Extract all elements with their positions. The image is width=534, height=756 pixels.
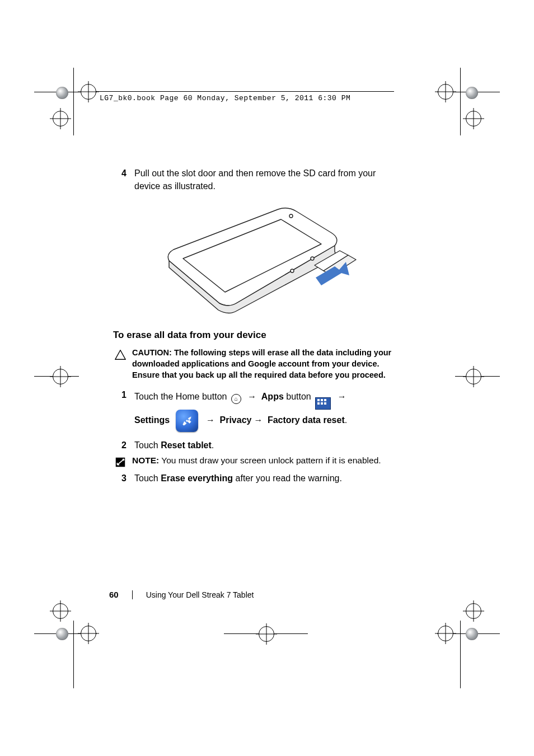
- text-fragment: .: [212, 440, 214, 450]
- tablet-illustration: [113, 199, 393, 314]
- step-body: Touch Erase everything after you read th…: [134, 472, 393, 485]
- svg-point-5: [123, 459, 125, 461]
- crop-mark: [53, 111, 68, 126]
- text-fragment: Touch: [134, 473, 161, 483]
- page: LG7_bk0.book Page 60 Monday, September 5…: [0, 0, 534, 756]
- crop-mark: [466, 87, 478, 99]
- arrow: →: [254, 415, 263, 425]
- step-number: 2: [113, 439, 127, 452]
- caution-text: CAUTION: The following steps will erase …: [132, 348, 393, 381]
- crop-mark: [259, 626, 274, 642]
- step-2: 2 Touch Reset tablet.: [113, 439, 393, 452]
- step-3: 3 Touch Erase everything after you read …: [113, 472, 393, 485]
- note-text: NOTE: You must draw your screen unlock p…: [132, 455, 393, 467]
- text-fragment: Touch: [134, 440, 161, 450]
- note-callout: NOTE: You must draw your screen unlock p…: [113, 455, 393, 468]
- chapter-title: Using Your Dell Streak 7 Tablet: [146, 590, 254, 599]
- apps-label: Apps: [261, 392, 284, 401]
- hairline: [437, 92, 500, 92]
- erase-everything-label: Erase everything: [161, 473, 233, 483]
- hairline: [455, 376, 500, 377]
- arrow: →: [338, 392, 346, 401]
- settings-icon: [176, 410, 198, 432]
- hairline: [73, 621, 74, 688]
- svg-point-3: [186, 420, 188, 422]
- text-fragment: after you read the warning.: [233, 473, 342, 483]
- factory-reset-label: Factory data reset: [268, 415, 345, 425]
- hairline: [460, 68, 461, 135]
- text-fragment: button: [286, 392, 313, 401]
- step-1: 1 Touch the Home button ⌂ → Apps button …: [113, 388, 393, 432]
- crop-mark: [53, 603, 68, 619]
- crop-mark: [466, 111, 481, 126]
- hairline: [34, 92, 97, 92]
- crop-mark: [466, 603, 481, 619]
- arrow: →: [206, 415, 215, 425]
- crop-mark: [56, 87, 68, 99]
- hairline: [34, 633, 97, 634]
- step-text: Pull out the slot door and then remove t…: [134, 167, 393, 192]
- svg-point-0: [289, 214, 293, 218]
- tablet-svg: [147, 199, 359, 314]
- apps-icon: [315, 397, 331, 410]
- caution-icon: [113, 349, 127, 361]
- note-body: You must draw your screen unlock pattern…: [161, 456, 381, 465]
- header-file-info: LG7_bk0.book Page 60 Monday, September 5…: [100, 94, 350, 102]
- section-heading: To erase all data from your device: [113, 330, 393, 341]
- crop-mark: [466, 369, 481, 384]
- page-number: 60: [109, 590, 119, 599]
- caution-callout: CAUTION: The following steps will erase …: [113, 348, 393, 381]
- hairline: [34, 376, 79, 377]
- step-body: Touch the Home button ⌂ → Apps button → …: [134, 388, 393, 432]
- crop-mark: [466, 628, 478, 640]
- hairline: [73, 68, 74, 135]
- period: .: [345, 415, 347, 425]
- hairline: [437, 633, 500, 634]
- arrow: →: [247, 392, 256, 401]
- settings-label: Settings: [134, 415, 170, 425]
- crop-mark: [53, 369, 68, 384]
- hairline: [224, 633, 308, 634]
- hairline: [460, 621, 461, 688]
- reset-tablet-label: Reset tablet: [161, 440, 212, 450]
- privacy-label: Privacy: [219, 415, 251, 425]
- svg-point-1: [311, 257, 314, 260]
- text-fragment: Touch the Home button: [134, 392, 229, 401]
- step-number: 1: [113, 388, 127, 432]
- step-number: 3: [113, 472, 127, 485]
- footer-separator: [132, 590, 133, 599]
- crop-mark: [56, 628, 68, 640]
- note-icon: [113, 456, 127, 468]
- step-number: 4: [113, 167, 127, 192]
- step-body: Touch Reset tablet.: [134, 439, 393, 452]
- svg-point-2: [291, 269, 294, 273]
- content-column: 4 Pull out the slot door and then remove…: [113, 167, 393, 491]
- note-label: NOTE:: [132, 456, 159, 465]
- home-icon: ⌂: [231, 394, 241, 404]
- header-rule: [96, 91, 394, 92]
- page-footer: 60 Using Your Dell Streak 7 Tablet: [109, 590, 254, 599]
- caution-label: CAUTION:: [132, 348, 172, 357]
- step-4: 4 Pull out the slot door and then remove…: [113, 167, 393, 192]
